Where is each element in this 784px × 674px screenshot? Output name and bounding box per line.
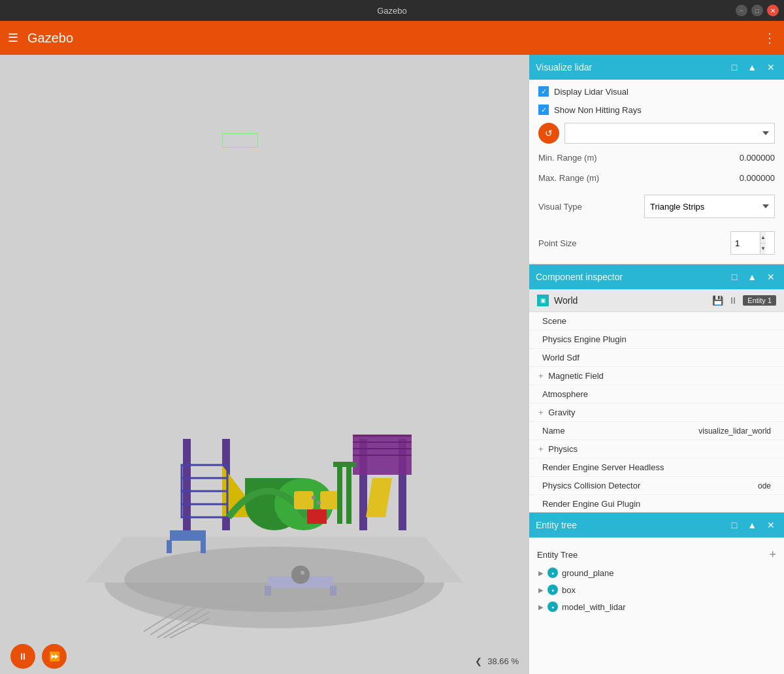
svg-line-38 xyxy=(144,599,196,632)
forward-button[interactable]: ⏩ xyxy=(42,644,67,669)
point-size-down-button[interactable]: ▼ xyxy=(760,244,766,255)
tree-item-box[interactable]: ▶ ● box xyxy=(529,581,784,598)
entity-tree-section-header: Entity Tree + xyxy=(529,543,784,564)
zoom-value: 38.66 % xyxy=(487,656,519,666)
point-size-row: Point Size ▲ ▼ xyxy=(538,229,775,257)
save-world-icon[interactable]: 💾 xyxy=(712,295,723,306)
tree-item-ground-plane[interactable]: ▶ ● ground_plane xyxy=(529,564,784,581)
point-size-input[interactable] xyxy=(731,232,760,254)
component-item-render-server-headless[interactable]: Render Engine Server Headless xyxy=(529,458,784,477)
entity-tree-collapse-button[interactable]: ▲ xyxy=(745,519,759,532)
component-item-physics[interactable]: + Physics xyxy=(529,440,784,458)
tree-icon-ground-plane: ● xyxy=(547,568,558,578)
tree-label-ground-plane: ground_plane xyxy=(562,568,614,578)
visual-type-row: Visual Type Triangle Strips xyxy=(538,192,775,221)
refresh-button[interactable]: ↺ xyxy=(538,123,559,144)
app-title: Gazebo xyxy=(27,31,73,46)
component-panel-expand-button[interactable]: □ xyxy=(729,270,740,283)
component-item-gravity[interactable]: + Gravity xyxy=(529,404,784,422)
entity-tree-title: Entity tree xyxy=(536,520,577,530)
entity-tree-close-button[interactable]: ✕ xyxy=(764,519,777,532)
world-row[interactable]: ▣ World 💾 ⏸ Entity 1 xyxy=(529,289,784,312)
entity-tree-content: Entity Tree + ▶ ● ground_plane ▶ ● box ▶… xyxy=(529,538,784,674)
svg-rect-22 xyxy=(320,491,340,509)
entity-badge: Entity 1 xyxy=(743,295,776,306)
lidar-panel-collapse-button[interactable]: ▲ xyxy=(745,61,759,74)
tree-item-model-with-lidar[interactable]: ▶ ● model_with_lidar xyxy=(529,598,784,615)
svg-line-42 xyxy=(170,618,209,638)
component-panel-icons: □ ▲ ✕ xyxy=(729,270,777,283)
component-panel-close-button[interactable]: ✕ xyxy=(764,270,777,283)
show-non-hitting-checkbox[interactable] xyxy=(538,104,549,115)
entity-tree-section-label: Entity Tree xyxy=(537,550,578,560)
entity-tree-expand-button[interactable]: □ xyxy=(729,519,740,532)
component-panel-collapse-button[interactable]: ▲ xyxy=(745,270,759,283)
component-item-atmosphere[interactable]: Atmosphere xyxy=(529,385,784,404)
viewport[interactable]: ⏸ ⏩ ❮ 38.66 % xyxy=(0,55,529,674)
component-item-physics-collision[interactable]: Physics Collision Detector ode xyxy=(529,477,784,495)
minimize-button[interactable]: − xyxy=(736,5,747,16)
point-size-up-button[interactable]: ▲ xyxy=(760,232,766,244)
lidar-panel-content: Display Lidar Visual Show Non Hitting Ra… xyxy=(529,80,784,264)
component-panel: Component inspector □ ▲ ✕ ▣ World 💾 ⏸ En… xyxy=(529,265,784,513)
maximize-button[interactable]: □ xyxy=(751,5,763,16)
svg-point-28 xyxy=(291,566,310,584)
app-header: ☰ Gazebo ⋮ xyxy=(0,21,784,55)
component-item-world-sdf[interactable]: World Sdf xyxy=(529,349,784,367)
component-item-magnetic-field[interactable]: + Magnetic Field xyxy=(529,367,784,385)
pause-world-icon[interactable]: ⏸ xyxy=(728,295,738,306)
title-bar: Gazebo − □ ✕ xyxy=(0,0,784,21)
visual-type-dropdown[interactable]: Triangle Strips xyxy=(644,195,775,218)
topic-dropdown[interactable] xyxy=(564,123,775,144)
component-item-name-value: visualize_lidar_world xyxy=(698,426,771,436)
show-non-hitting-row: Show Non Hitting Rays xyxy=(538,104,775,115)
lidar-panel-icons: □ ▲ ✕ xyxy=(729,61,777,74)
min-range-value: 0.000000 xyxy=(740,153,775,163)
max-range-row: Max. Range (m) 0.000000 xyxy=(538,172,775,184)
zoom-arrow-icon[interactable]: ❮ xyxy=(475,656,482,666)
component-item-name[interactable]: Name visualize_lidar_world xyxy=(529,422,784,440)
lidar-panel-expand-button[interactable]: □ xyxy=(729,61,740,74)
component-item-name-label: Name xyxy=(542,426,565,436)
lidar-panel-close-button[interactable]: ✕ xyxy=(764,61,777,74)
component-item-scene[interactable]: Scene xyxy=(529,312,784,330)
shadow-lines xyxy=(144,599,209,638)
tree-arrow-model: ▶ xyxy=(538,603,544,611)
svg-rect-24 xyxy=(307,509,327,524)
close-button[interactable]: ✕ xyxy=(767,5,779,16)
svg-rect-27 xyxy=(330,586,336,596)
svg-line-41 xyxy=(163,612,209,638)
main-area: ⏸ ⏩ ❮ 38.66 % Visualize lidar □ ▲ ✕ xyxy=(0,55,784,674)
window-controls: − □ ✕ xyxy=(736,5,779,16)
playback-controls: ⏸ ⏩ xyxy=(10,644,67,669)
component-item-render-gui[interactable]: Render Engine Gui Plugin xyxy=(529,495,784,512)
min-range-row: Min. Range (m) 0.000000 xyxy=(538,152,775,164)
component-item-physics-engine[interactable]: Physics Engine Plugin xyxy=(529,330,784,349)
svg-rect-26 xyxy=(265,586,271,596)
svg-point-34 xyxy=(317,501,321,505)
entity-tree-add-button[interactable]: + xyxy=(769,548,776,562)
svg-rect-30 xyxy=(170,530,206,541)
component-content: ▣ World 💾 ⏸ Entity 1 Scene Physics Engin… xyxy=(529,289,784,512)
pause-button[interactable]: ⏸ xyxy=(10,644,35,669)
app-menu-button[interactable]: ⋮ xyxy=(763,30,776,46)
component-panel-title: Component inspector xyxy=(536,272,623,282)
show-non-hitting-label: Show Non Hitting Rays xyxy=(554,105,642,115)
component-item-collision-value: ode xyxy=(758,481,771,490)
point-size-label: Point Size xyxy=(538,238,577,248)
svg-point-29 xyxy=(301,571,304,575)
svg-marker-17 xyxy=(366,478,392,517)
tree-arrow-box: ▶ xyxy=(538,586,544,594)
display-lidar-checkbox[interactable] xyxy=(538,86,549,97)
world-cube-icon: ▣ xyxy=(537,295,549,306)
app-header-left: ☰ Gazebo xyxy=(8,31,73,46)
world-label: World xyxy=(554,295,707,306)
viewport-canvas xyxy=(0,55,529,674)
entity-tree-header-icons: □ ▲ ✕ xyxy=(729,519,777,532)
entity-tree-header: Entity tree □ ▲ ✕ xyxy=(529,513,784,538)
max-range-label: Max. Range (m) xyxy=(538,173,599,183)
point-size-input-wrap: ▲ ▼ xyxy=(730,231,775,255)
component-panel-header: Component inspector □ ▲ ✕ xyxy=(529,265,784,289)
hamburger-menu-icon[interactable]: ☰ xyxy=(8,31,18,45)
zoom-indicator: ❮ 38.66 % xyxy=(475,656,519,666)
